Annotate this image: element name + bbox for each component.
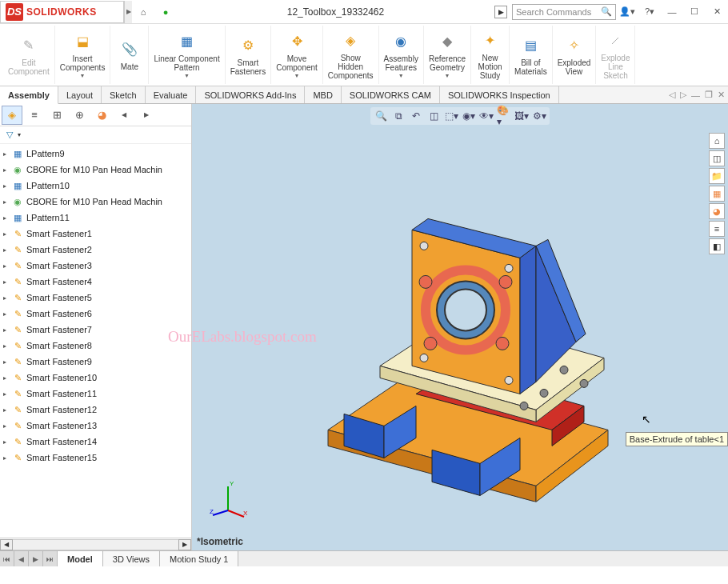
tree-item[interactable]: ▸✎Smart Fastener2	[0, 242, 191, 258]
expand-caret-icon[interactable]: ▸	[3, 214, 11, 222]
scroll-right-icon[interactable]: ▶	[178, 539, 191, 550]
apply-scene-icon[interactable]: 🖼▾	[514, 109, 529, 123]
search-commands-input[interactable]: Search Commands 🔍	[512, 4, 616, 20]
show-hidden-components-button[interactable]: ◈Show Hidden Components	[323, 26, 379, 84]
section-view-icon[interactable]: ◫	[426, 109, 441, 123]
traffic-light-icon[interactable]: ●	[156, 2, 175, 22]
panel-nav-right-icon[interactable]: ▶	[136, 106, 157, 125]
display-manager-tab-icon[interactable]: ◕	[91, 106, 112, 125]
expand-caret-icon[interactable]: ▸	[3, 454, 11, 462]
graphics-viewport[interactable]: 🔍 ⧉ ↶ ◫ ⬚▾ ◉▾ 👁▾ 🎨▾ 🖼▾ ⚙▾ ⌂ ◫ 📁 ▦ ◕ ≡ ◧	[192, 104, 728, 550]
tab-evaluate[interactable]: Evaluate	[146, 86, 197, 103]
view-orientation-triad[interactable]: Y X Z	[208, 478, 248, 518]
close-button[interactable]: ✕	[707, 2, 726, 22]
search-commands-icon[interactable]: ▶	[494, 6, 507, 18]
tab-sketch[interactable]: Sketch	[102, 86, 146, 103]
configuration-manager-tab-icon[interactable]: ⊞	[46, 106, 67, 125]
restore-doc-icon[interactable]: ❐	[705, 90, 713, 100]
exploded-view-button[interactable]: ✧Exploded View	[553, 26, 597, 84]
tree-item[interactable]: ▸▦LPattern9	[0, 146, 191, 162]
property-manager-tab-icon[interactable]: ≡	[24, 106, 45, 125]
zoom-fit-icon[interactable]: 🔍	[374, 109, 388, 123]
tree-item[interactable]: ▸✎Smart Fastener3	[0, 258, 191, 274]
tab-motion-study[interactable]: Motion Study 1	[160, 551, 238, 566]
bill-of-materials-button[interactable]: ▤Bill of Materials	[510, 26, 553, 84]
app-logo[interactable]: DS SOLIDWORKS	[0, 1, 124, 23]
filter-bar[interactable]: ▽ ▾	[0, 126, 191, 144]
scroll-left-icon[interactable]: ◀	[0, 539, 13, 550]
tab-cam[interactable]: SOLIDWORKS CAM	[342, 86, 440, 103]
tree-item[interactable]: ▸✎Smart Fastener10	[0, 370, 191, 386]
tab-nav-next-icon[interactable]: ▶	[29, 551, 43, 566]
expand-caret-icon[interactable]: ▸	[3, 374, 11, 382]
expand-caret-icon[interactable]: ▸	[3, 166, 11, 174]
tree-item[interactable]: ▸✎Smart Fastener7	[0, 322, 191, 338]
view-settings-icon[interactable]: ⚙▾	[532, 109, 546, 123]
tree-item[interactable]: ▸✎Smart Fastener13	[0, 418, 191, 434]
tree-item[interactable]: ▸✎Smart Fastener12	[0, 402, 191, 418]
tree-item[interactable]: ▸✎Smart Fastener9	[0, 354, 191, 370]
minimize-button[interactable]: —	[662, 2, 682, 22]
tree-item[interactable]: ▸✎Smart Fastener4	[0, 274, 191, 290]
expand-caret-icon[interactable]: ▸	[3, 326, 11, 334]
view-palette-icon[interactable]: ▦	[709, 186, 725, 202]
expand-caret-icon[interactable]: ▸	[3, 182, 11, 190]
tab-nav-last-icon[interactable]: ⏭	[43, 551, 58, 566]
tab-layout[interactable]: Layout	[58, 86, 102, 103]
solidworks-resources-icon[interactable]: ⌂	[709, 133, 725, 149]
tab-nav-prev-icon[interactable]: ◀	[14, 551, 29, 566]
expand-caret-icon[interactable]: ▸	[3, 310, 11, 318]
edit-appearance-icon[interactable]: 🎨▾	[497, 109, 511, 123]
previous-view-icon[interactable]: ↶	[409, 109, 423, 123]
forum-icon[interactable]: ◧	[709, 238, 725, 254]
new-motion-study-button[interactable]: ✦New Motion Study	[471, 26, 510, 84]
scroll-track[interactable]	[13, 539, 178, 550]
tree-item[interactable]: ▸✎Smart Fastener1	[0, 226, 191, 242]
assembly-model[interactable]	[288, 166, 632, 502]
prev-window-icon[interactable]: ◁	[669, 90, 675, 100]
tab-3d-views[interactable]: 3D Views	[103, 551, 160, 566]
edit-component-button[interactable]: ✎Edit Component	[3, 26, 55, 84]
minimize-doc-icon[interactable]: —	[691, 90, 700, 100]
expand-caret-icon[interactable]: ▸	[3, 262, 11, 270]
expand-caret-icon[interactable]: ▸	[3, 422, 11, 430]
reference-geometry-button[interactable]: ◆Reference Geometry▼	[424, 26, 471, 84]
tree-item[interactable]: ▸◉CBORE for M10 Pan Head Machin	[0, 162, 191, 178]
app-menu-dropdown[interactable]: ▶	[124, 1, 132, 23]
feature-tree[interactable]: ▸▦LPattern9▸◉CBORE for M10 Pan Head Mach…	[0, 144, 191, 538]
expand-caret-icon[interactable]: ▸	[3, 230, 11, 238]
move-component-button[interactable]: ✥Move Component▼	[271, 26, 323, 84]
file-explorer-icon[interactable]: 📁	[709, 168, 725, 184]
maximize-button[interactable]: ☐	[685, 2, 704, 22]
next-window-icon[interactable]: ▷	[680, 90, 686, 100]
tree-item[interactable]: ▸✎Smart Fastener6	[0, 306, 191, 322]
tree-item[interactable]: ▸✎Smart Fastener8	[0, 338, 191, 354]
hide-show-icon[interactable]: 👁▾	[479, 109, 494, 123]
assembly-features-button[interactable]: ◉Assembly Features▼	[379, 26, 424, 84]
tab-mbd[interactable]: MBD	[305, 86, 341, 103]
tree-item[interactable]: ▸✎Smart Fastener5	[0, 290, 191, 306]
help-icon[interactable]: ?▾	[640, 2, 659, 22]
expand-caret-icon[interactable]: ▸	[3, 278, 11, 286]
panel-nav-left-icon[interactable]: ◀	[114, 106, 134, 125]
tree-item[interactable]: ▸◉CBORE for M10 Pan Head Machin	[0, 194, 191, 210]
close-doc-icon[interactable]: ✕	[718, 90, 725, 100]
view-orientation-icon[interactable]: ⬚▾	[444, 109, 458, 123]
expand-caret-icon[interactable]: ▸	[3, 438, 11, 446]
dimxpert-tab-icon[interactable]: ⊕	[69, 106, 90, 125]
smart-fasteners-button[interactable]: ⚙Smart Fasteners	[226, 26, 271, 84]
tab-addins[interactable]: SOLIDWORKS Add-Ins	[196, 86, 305, 103]
zoom-area-icon[interactable]: ⧉	[391, 109, 406, 123]
appearances-icon[interactable]: ◕	[709, 203, 725, 219]
expand-caret-icon[interactable]: ▸	[3, 246, 11, 254]
tab-model[interactable]: Model	[58, 551, 103, 566]
expand-caret-icon[interactable]: ▸	[3, 294, 11, 302]
linear-component-pattern-button[interactable]: ▦Linear Component Pattern▼	[149, 26, 225, 84]
design-library-icon[interactable]: ◫	[709, 150, 725, 166]
expand-caret-icon[interactable]: ▸	[3, 198, 11, 206]
tab-assembly[interactable]: Assembly	[0, 86, 58, 104]
tree-item[interactable]: ▸▦LPattern10	[0, 178, 191, 194]
mate-button[interactable]: 📎Mate	[110, 26, 149, 84]
expand-caret-icon[interactable]: ▸	[3, 358, 11, 366]
tab-inspection[interactable]: SOLIDWORKS Inspection	[440, 86, 559, 103]
